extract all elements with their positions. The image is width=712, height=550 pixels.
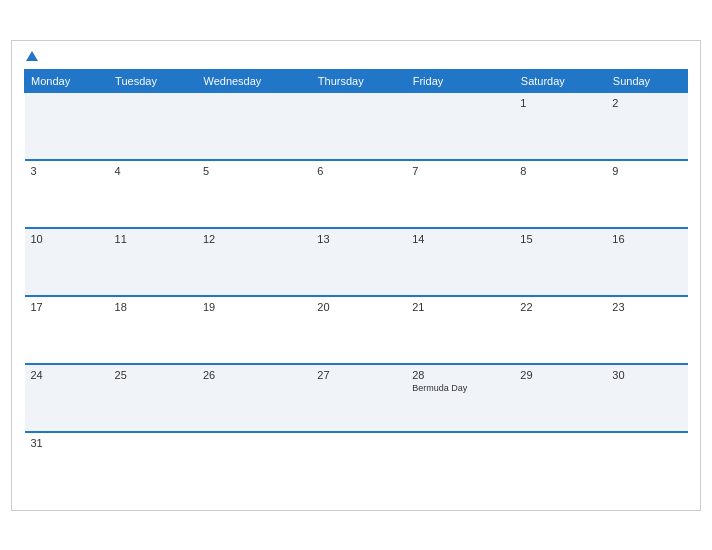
- day-number: 8: [520, 165, 600, 177]
- day-number: 22: [520, 301, 600, 313]
- weekday-header-wednesday: Wednesday: [197, 70, 311, 92]
- calendar-cell: 10: [25, 228, 109, 296]
- calendar-cell: [197, 92, 311, 160]
- calendar-cell: 19: [197, 296, 311, 364]
- calendar-cell: [311, 92, 406, 160]
- calendar-header: [24, 51, 688, 61]
- week-row-4: 2425262728Bermuda Day2930: [25, 364, 688, 432]
- day-number: 29: [520, 369, 600, 381]
- calendar-cell: 20: [311, 296, 406, 364]
- calendar-cell: 15: [514, 228, 606, 296]
- day-number: 10: [31, 233, 103, 245]
- calendar-cell: 28Bermuda Day: [406, 364, 514, 432]
- calendar-cell: [109, 92, 197, 160]
- day-number: 4: [115, 165, 191, 177]
- calendar-cell: 26: [197, 364, 311, 432]
- calendar-container: MondayTuesdayWednesdayThursdayFridaySatu…: [11, 40, 701, 511]
- day-number: 18: [115, 301, 191, 313]
- calendar-cell: 16: [606, 228, 687, 296]
- calendar-cell: 13: [311, 228, 406, 296]
- holiday-label: Bermuda Day: [412, 383, 508, 393]
- day-number: 26: [203, 369, 305, 381]
- calendar-cell: 14: [406, 228, 514, 296]
- calendar-cell: 7: [406, 160, 514, 228]
- day-number: 15: [520, 233, 600, 245]
- week-row-1: 3456789: [25, 160, 688, 228]
- weekday-header-friday: Friday: [406, 70, 514, 92]
- week-row-0: 12: [25, 92, 688, 160]
- calendar-cell: 24: [25, 364, 109, 432]
- day-number: 23: [612, 301, 681, 313]
- day-number: 14: [412, 233, 508, 245]
- calendar-cell: [406, 432, 514, 500]
- calendar-cell: [514, 432, 606, 500]
- week-row-3: 17181920212223: [25, 296, 688, 364]
- day-number: 12: [203, 233, 305, 245]
- calendar-cell: 30: [606, 364, 687, 432]
- calendar-cell: 17: [25, 296, 109, 364]
- day-number: 19: [203, 301, 305, 313]
- calendar-cell: [311, 432, 406, 500]
- calendar-grid: MondayTuesdayWednesdayThursdayFridaySatu…: [24, 69, 688, 500]
- calendar-cell: 2: [606, 92, 687, 160]
- calendar-cell: [25, 92, 109, 160]
- calendar-cell: 29: [514, 364, 606, 432]
- day-number: 9: [612, 165, 681, 177]
- calendar-cell: 22: [514, 296, 606, 364]
- calendar-cell: 25: [109, 364, 197, 432]
- calendar-cell: 9: [606, 160, 687, 228]
- day-number: 13: [317, 233, 400, 245]
- day-number: 31: [31, 437, 103, 449]
- day-number: 30: [612, 369, 681, 381]
- day-number: 17: [31, 301, 103, 313]
- day-number: 5: [203, 165, 305, 177]
- day-number: 1: [520, 97, 600, 109]
- weekday-header-monday: Monday: [25, 70, 109, 92]
- calendar-cell: 6: [311, 160, 406, 228]
- day-number: 24: [31, 369, 103, 381]
- calendar-cell: 8: [514, 160, 606, 228]
- day-number: 7: [412, 165, 508, 177]
- calendar-cell: 18: [109, 296, 197, 364]
- calendar-cell: 23: [606, 296, 687, 364]
- calendar-cell: [406, 92, 514, 160]
- calendar-cell: 5: [197, 160, 311, 228]
- weekday-header-thursday: Thursday: [311, 70, 406, 92]
- calendar-cell: 4: [109, 160, 197, 228]
- calendar-cell: 1: [514, 92, 606, 160]
- week-row-2: 10111213141516: [25, 228, 688, 296]
- calendar-cell: 3: [25, 160, 109, 228]
- calendar-cell: 12: [197, 228, 311, 296]
- calendar-cell: [109, 432, 197, 500]
- weekday-header-saturday: Saturday: [514, 70, 606, 92]
- day-number: 27: [317, 369, 400, 381]
- day-number: 11: [115, 233, 191, 245]
- day-number: 20: [317, 301, 400, 313]
- day-number: 6: [317, 165, 400, 177]
- weekday-header-row: MondayTuesdayWednesdayThursdayFridaySatu…: [25, 70, 688, 92]
- calendar-cell: 31: [25, 432, 109, 500]
- calendar-cell: [197, 432, 311, 500]
- calendar-cell: 11: [109, 228, 197, 296]
- weekday-header-sunday: Sunday: [606, 70, 687, 92]
- logo-triangle-icon: [26, 51, 38, 61]
- weekday-header-tuesday: Tuesday: [109, 70, 197, 92]
- logo: [24, 51, 38, 61]
- calendar-cell: [606, 432, 687, 500]
- day-number: 3: [31, 165, 103, 177]
- day-number: 21: [412, 301, 508, 313]
- day-number: 28: [412, 369, 508, 381]
- calendar-cell: 27: [311, 364, 406, 432]
- day-number: 2: [612, 97, 681, 109]
- week-row-5: 31: [25, 432, 688, 500]
- day-number: 16: [612, 233, 681, 245]
- calendar-cell: 21: [406, 296, 514, 364]
- day-number: 25: [115, 369, 191, 381]
